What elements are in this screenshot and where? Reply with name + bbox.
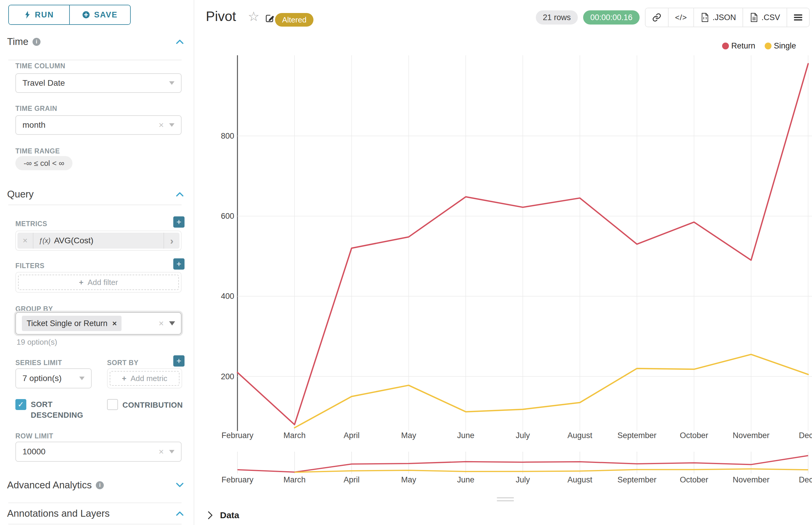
- json-button-label: .JSON: [712, 13, 736, 22]
- mini-x-axis-label: November: [733, 475, 770, 484]
- mini-overview-chart[interactable]: FebruaryMarchAprilMayJuneJulyAugustSepte…: [221, 452, 812, 484]
- chart-legend: Return Single: [722, 41, 796, 50]
- time-grain-select[interactable]: month ×: [15, 115, 181, 135]
- time-column-select[interactable]: Travel Date: [15, 73, 181, 93]
- save-button-label: SAVE: [94, 10, 118, 19]
- x-axis-label: February: [221, 431, 254, 440]
- section-title: Time: [7, 36, 28, 47]
- bolt-icon: [24, 11, 31, 19]
- clear-icon[interactable]: ×: [159, 447, 164, 456]
- series-limit-select[interactable]: 7 option(s): [15, 368, 92, 388]
- add-metric-button[interactable]: +: [173, 216, 184, 228]
- group-by-select[interactable]: Ticket Single or Return × ×: [15, 312, 181, 335]
- metric-pill[interactable]: × ƒ(x) AVG(Cost) ›: [17, 232, 179, 249]
- x-axis-label: May: [401, 431, 416, 440]
- remove-tag-icon[interactable]: ×: [112, 319, 117, 328]
- mini-x-axis-label: July: [516, 475, 530, 484]
- caret-down-icon: [169, 81, 175, 85]
- add-sort-metric-dropzone[interactable]: + Add metric: [110, 371, 179, 386]
- sort-descending-label: SORT DESCENDING: [31, 399, 90, 420]
- clear-icon[interactable]: ×: [159, 121, 164, 130]
- legend-label-single: Single: [774, 41, 796, 50]
- sort-by-container: + Add metric: [107, 368, 182, 388]
- favorite-star-icon[interactable]: ☆: [248, 9, 259, 24]
- mini-series-single: [295, 469, 808, 472]
- run-button[interactable]: RUN: [9, 5, 69, 24]
- chevron-down-icon[interactable]: [176, 483, 183, 487]
- filters-container: + Add filter: [15, 272, 181, 292]
- contribution-checkbox[interactable]: ✓: [107, 399, 118, 410]
- group-by-options-hint: 19 option(s): [17, 338, 57, 347]
- section-header-annotations[interactable]: Annotations and Layers: [7, 508, 183, 519]
- chevron-up-icon[interactable]: [176, 511, 183, 516]
- sort-by-label: SORT BY: [107, 359, 138, 367]
- plus-circle-icon: [82, 11, 90, 19]
- horizontal-gridlines: 200400600800: [221, 132, 812, 381]
- plus-icon: +: [177, 217, 181, 227]
- info-icon: i: [96, 481, 104, 489]
- add-filter-button[interactable]: +: [173, 258, 184, 270]
- mini-x-axis-label: May: [401, 475, 416, 484]
- mini-x-axis-label: April: [344, 475, 359, 484]
- add-sort-metric-button[interactable]: +: [173, 355, 184, 366]
- mini-x-axis-label: October: [680, 475, 708, 484]
- metric-value: AVG(Cost): [54, 236, 93, 245]
- export-json-button[interactable]: .JSON: [693, 8, 742, 27]
- y-axis-label: 200: [221, 372, 234, 381]
- metrics-container: × ƒ(x) AVG(Cost) ›: [15, 230, 181, 251]
- y-axis-label: 400: [221, 292, 234, 301]
- chevron-up-icon[interactable]: [176, 192, 183, 197]
- copy-link-button[interactable]: [646, 8, 668, 27]
- add-filter-dropzone[interactable]: + Add filter: [18, 275, 179, 290]
- info-icon: i: [32, 38, 41, 46]
- section-title: Annotations and Layers: [7, 508, 110, 519]
- remove-metric-icon[interactable]: ×: [17, 232, 33, 249]
- row-count-badge: 21 rows: [536, 10, 578, 25]
- section-header-time[interactable]: Time i: [7, 36, 183, 47]
- vertical-gridlines: [237, 55, 808, 431]
- series-line-single[interactable]: [295, 355, 808, 428]
- divider: [8, 524, 181, 524]
- section-header-query[interactable]: Query: [7, 189, 183, 200]
- panel-resize-handle[interactable]: [497, 497, 514, 503]
- altered-badge[interactable]: Altered: [275, 13, 313, 27]
- clear-icon[interactable]: ×: [159, 319, 164, 328]
- y-axis-label: 600: [221, 212, 234, 221]
- more-options-button[interactable]: [786, 8, 809, 27]
- superset-explore-page: RUN SAVE Time i TIME COLUMN Travel Date …: [0, 0, 812, 525]
- legend-label-return: Return: [731, 41, 755, 50]
- time-range-pill[interactable]: -∞ ≤ col < ∞: [15, 156, 72, 170]
- mini-x-axis-label: Dece: [799, 475, 812, 484]
- x-axis-label: March: [283, 431, 306, 440]
- menu-icon: [794, 14, 802, 21]
- x-axis-label: September: [617, 431, 656, 440]
- group-by-tag: Ticket Single or Return ×: [22, 316, 121, 331]
- section-header-advanced-analytics[interactable]: Advanced Analytics i: [7, 479, 183, 491]
- run-button-label: RUN: [35, 10, 54, 19]
- export-csv-button[interactable]: .CSV: [742, 8, 786, 27]
- legend-item-return[interactable]: Return: [722, 41, 755, 50]
- edit-properties-icon[interactable]: [264, 13, 275, 25]
- chart-header: Pivot ☆ Altered 21 rows 00:00:00.16 </>: [194, 0, 812, 35]
- mini-x-axis-label: September: [617, 475, 656, 484]
- row-limit-select[interactable]: 10000 ×: [15, 441, 181, 462]
- embed-code-button[interactable]: </>: [668, 8, 694, 27]
- export-toolbar: </> .JSON .CSV: [645, 8, 810, 27]
- legend-item-single[interactable]: Single: [765, 41, 796, 50]
- run-save-buttons: RUN SAVE: [8, 5, 131, 25]
- plus-icon: +: [122, 374, 126, 383]
- chevron-up-icon[interactable]: [176, 39, 183, 44]
- sort-descending-checkbox[interactable]: ✓: [15, 399, 26, 410]
- csv-button-label: .CSV: [762, 13, 780, 22]
- data-panel-toggle[interactable]: Data: [207, 510, 239, 520]
- x-axis-label: June: [457, 431, 475, 440]
- plus-icon: +: [177, 259, 181, 269]
- contribution-label: CONTRIBUTION: [122, 400, 183, 410]
- plus-icon: +: [177, 356, 181, 366]
- divider: [8, 502, 181, 503]
- time-column-value: Travel Date: [23, 78, 65, 88]
- save-button[interactable]: SAVE: [69, 5, 130, 24]
- chevron-right-icon[interactable]: ›: [163, 232, 179, 249]
- time-grain-label: TIME GRAIN: [15, 105, 57, 112]
- link-icon: [652, 13, 662, 22]
